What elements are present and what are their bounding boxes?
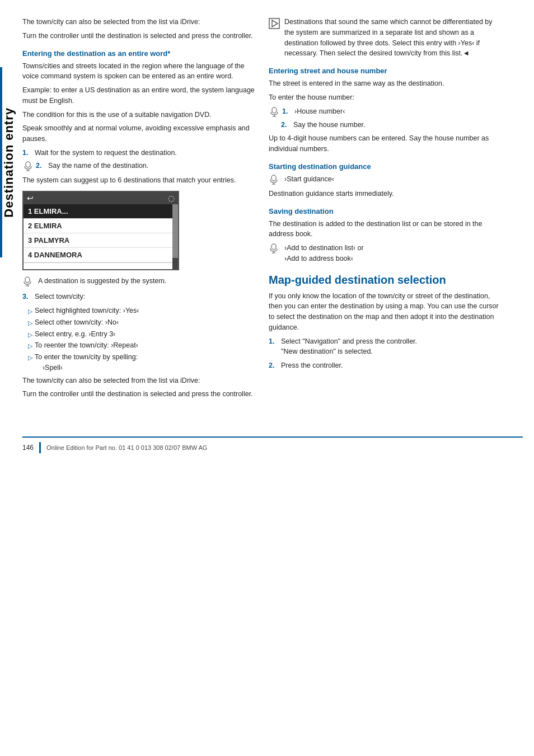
after-screen-note: A destination is suggested by the system… [38, 276, 257, 287]
left-intro-2: Turn the controller until the destinatio… [22, 31, 257, 41]
section4-para: The destination is added to the destinat… [269, 219, 504, 240]
after-screen-row: A destination is suggested by the system… [22, 276, 257, 288]
section5-step-2: 2. Press the controller. [269, 360, 504, 371]
section3-para: Destination guidance starts immediately. [269, 189, 504, 199]
sub-bullet-list: ▷ Select highlighted town/city: ›Yes‹ ▷ … [28, 306, 257, 373]
nav-scrollbar-thumb [172, 258, 178, 269]
section1-para2: Example: to enter a US destination as an… [22, 85, 257, 106]
main-content: The town/city can also be selected from … [22, 17, 523, 403]
step-2: 2. Say the name of the destination. [22, 161, 257, 172]
section4-voice-line-1: ›Add to destination list‹ or [284, 243, 504, 253]
sub-bullet-3: ▷ Select entry, e.g. ›Entry 3‹ [28, 329, 257, 340]
nav-row-1: 1 ELMIRA... [24, 204, 172, 219]
section4-voice-line-2: ›Add to address book‹ [284, 253, 504, 264]
nav-row-4: 4 DANNEMORA [24, 248, 172, 262]
sub-bullet-3-text: Select entry, e.g. ›Entry 3‹ [35, 329, 115, 340]
nav-screen-wrapper: 1 ELMIRA... 2 ELMIRA 3 PALMYRA 4 DANNEMO… [24, 204, 178, 269]
triangle-icon [269, 18, 284, 31]
svg-rect-8 [272, 107, 277, 113]
nav-screen-footer [24, 262, 172, 269]
left-column: The town/city can also be selected from … [22, 17, 257, 403]
section2-step-2: 2. Say the house number. [269, 120, 504, 130]
svg-marker-7 [272, 20, 278, 27]
voice-icon-step2 [22, 161, 34, 172]
after-screen-voice-icon [22, 276, 38, 288]
section1-para1: Towns/cities and streets located in the … [22, 61, 257, 82]
step-3-num: 3. [22, 292, 35, 302]
section5-para1: If you only know the location of the tow… [269, 291, 504, 333]
arrow-icon-4: ▷ [28, 341, 32, 351]
svg-rect-14 [271, 244, 276, 250]
section4-voice-icon [269, 243, 284, 255]
page: Destination entry The town/city can also… [0, 0, 534, 756]
outro-text-1: The town/city can also be selected from … [22, 375, 257, 386]
section2-heading: Entering street and house number [269, 67, 504, 75]
section2-para2: To enter the house number: [269, 92, 504, 103]
section1-para3: The condition for this is the use of a s… [22, 110, 257, 120]
section2-step-1: 1. ›House number‹ [269, 106, 504, 118]
sub-bullet-5: ▷ To enter the town/city by spelling: ›S… [28, 352, 257, 373]
nav-row-3: 3 PALMYRA [24, 233, 172, 248]
step-2-text: Say the name of the destination. [48, 161, 257, 171]
section1-steps: 1. Wait for the system to request the de… [22, 148, 257, 172]
s2-step2-text: Say the house number. [293, 120, 504, 130]
sub-bullet-5-text: To enter the town/city by spelling: ›Spe… [35, 352, 138, 373]
page-number: 146 [22, 444, 34, 452]
sub-bullet-4: ▷ To reenter the town/city: ›Repeat‹ [28, 340, 257, 351]
section2-para3: Up to 4-digit house numbers can be enter… [269, 133, 504, 154]
section4-heading: Saving destination [269, 207, 504, 215]
section1-para4: Speak smoothly and at normal volume, avo… [22, 123, 257, 144]
arrow-icon-5: ▷ [28, 353, 32, 363]
dest-note-row: Destinations that sound the same which c… [269, 17, 504, 59]
voice-icon-s2-1 [269, 106, 280, 118]
step-3-text: Select town/city: [35, 292, 257, 302]
section2-para1: The street is entered in the same way as… [269, 78, 504, 89]
arrow-icon-2: ▷ [28, 318, 32, 328]
section5-step-1: 1. Select "Navigation" and press the con… [269, 336, 504, 358]
s2-step1-text: ›House number‹ [294, 106, 504, 117]
section2-steps: 1. ›House number‹ 2. Say the house numbe… [269, 106, 504, 130]
section3-voice-icon [269, 175, 284, 186]
sidebar-tab-label: Destination entry [2, 107, 16, 218]
sub-bullet-1: ▷ Select highlighted town/city: ›Yes‹ [28, 306, 257, 316]
arrow-icon-3: ▷ [28, 330, 32, 340]
step3-list: 3. Select town/city: [22, 292, 257, 302]
step-1: 1. Wait for the system to request the de… [22, 148, 257, 158]
nav-row-2: 2 ELMIRA [24, 219, 172, 233]
outro-text-2: Turn the controller until the destinatio… [22, 389, 257, 400]
section3-voice-row: ›Start guidance‹ [269, 174, 504, 186]
s5-step2-text: Press the controller. [281, 360, 504, 371]
footer-divider [39, 442, 41, 453]
dest-icon-note: Destinations that sound the same which c… [284, 17, 504, 59]
footer: 146 Online Edition for Part no. 01 41 0 … [22, 436, 523, 453]
nav-back-icon: ↩ [27, 194, 34, 203]
footer-row: 146 Online Edition for Part no. 01 41 0 … [22, 442, 523, 453]
section3-voice-text: ›Start guidance‹ [284, 174, 504, 185]
svg-rect-0 [26, 162, 30, 167]
nav-scrollbar [172, 204, 178, 269]
section3-heading: Starting destination guidance [269, 162, 504, 171]
section5-steps: 1. Select "Navigation" and press the con… [269, 336, 504, 371]
s5-step1-text: Select "Navigation" and press the contro… [281, 336, 504, 358]
step-3: 3. Select town/city: [22, 292, 257, 302]
svg-rect-3 [25, 277, 30, 283]
section1-heading: Entering the destination as an entire wo… [22, 49, 257, 58]
nav-options-icon: ◌ [168, 194, 175, 203]
svg-rect-11 [271, 175, 276, 181]
arrow-icon-1: ▷ [28, 307, 32, 316]
section4-voice-row: ›Add to destination list‹ or ›Add to add… [269, 243, 504, 264]
nav-screen: ↩ ◌ 1 ELMIRA... 2 ELMIRA 3 PALMYRA 4 DAN… [22, 191, 179, 270]
after-steps-text: The system can suggest up to 6 destinati… [22, 175, 257, 186]
sub-bullet-2-text: Select other town/city: ›No‹ [35, 317, 119, 328]
step-1-text: Wait for the system to request the desti… [35, 148, 257, 158]
section5-heading: Map-guided destination selection [269, 273, 504, 287]
right-column: Destinations that sound the same which c… [269, 17, 504, 403]
sidebar-tab: Destination entry [0, 67, 16, 257]
section4-voice-lines: ›Add to destination list‹ or ›Add to add… [284, 243, 504, 264]
nav-screen-header: ↩ ◌ [24, 192, 178, 204]
nav-screen-main: 1 ELMIRA... 2 ELMIRA 3 PALMYRA 4 DANNEMO… [24, 204, 172, 269]
sub-bullet-4-text: To reenter the town/city: ›Repeat‹ [35, 340, 138, 351]
sub-bullet-2: ▷ Select other town/city: ›No‹ [28, 317, 257, 328]
left-intro-1: The town/city can also be selected from … [22, 17, 257, 27]
sub-bullet-1-text: Select highlighted town/city: ›Yes‹ [35, 306, 139, 316]
